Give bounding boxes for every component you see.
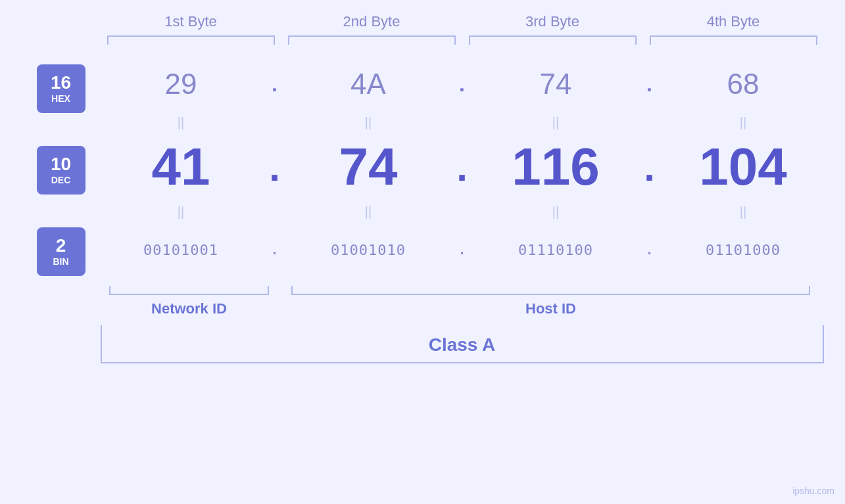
host-id-bracket bbox=[291, 286, 810, 295]
dec-byte-4: 104 bbox=[663, 137, 824, 197]
network-id-bracket bbox=[109, 286, 269, 295]
watermark: ipshu.com bbox=[792, 486, 834, 496]
id-section: Network ID Host ID bbox=[101, 286, 824, 317]
hex-badge: 16 HEX bbox=[37, 64, 85, 113]
main-grid: 16 HEX 10 DEC 2 BIN 29 . 4A bbox=[22, 58, 824, 283]
hex-badge-num: 16 bbox=[51, 74, 71, 92]
hex-val-1: 29 bbox=[165, 68, 197, 100]
byte-header-2: 2nd Byte bbox=[281, 13, 462, 35]
bin-badge-label: BIN bbox=[53, 256, 68, 267]
bin-byte-2: 01001010 bbox=[288, 242, 449, 258]
class-row: Class A bbox=[101, 325, 824, 363]
dec-dot-2: . bbox=[449, 145, 475, 190]
bin-byte-1: 00101001 bbox=[101, 242, 262, 258]
top-bracket-row bbox=[101, 35, 824, 45]
network-id-label: Network ID bbox=[151, 300, 227, 317]
hex-byte-1: 29 bbox=[101, 68, 262, 101]
dec-badge: 10 DEC bbox=[37, 146, 85, 195]
dec-row: 41 . 74 . 116 . 104 bbox=[101, 134, 824, 200]
pipe-2-2: || bbox=[288, 204, 449, 219]
bin-dot-1: . bbox=[262, 241, 288, 258]
bracket-2 bbox=[288, 35, 456, 45]
hex-dot-2: . bbox=[449, 72, 475, 97]
bin-byte-4: 01101000 bbox=[663, 242, 824, 258]
pipe-1-2: || bbox=[288, 115, 449, 130]
byte-header-1: 1st Byte bbox=[101, 13, 281, 35]
byte-headers-row: 1st Byte 2nd Byte 3rd Byte 4th Byte bbox=[101, 13, 824, 35]
bin-dot-3: . bbox=[637, 241, 663, 258]
dec-val-2: 74 bbox=[339, 137, 398, 196]
host-id-label: Host ID bbox=[525, 300, 576, 317]
bracket-3 bbox=[469, 35, 637, 45]
dec-byte-2: 74 bbox=[288, 137, 449, 197]
pipe-2-3: || bbox=[475, 204, 637, 219]
hex-row: 29 . 4A . 74 . 68 bbox=[101, 58, 824, 110]
bin-dot-2: . bbox=[449, 241, 475, 258]
bin-byte-3: 01110100 bbox=[475, 242, 637, 258]
bin-val-1: 00101001 bbox=[143, 242, 218, 258]
pipe-2-1: || bbox=[101, 204, 262, 219]
bin-val-2: 01001010 bbox=[331, 242, 406, 258]
dec-val-3: 116 bbox=[512, 137, 599, 196]
pipe-row-1: || || || || bbox=[101, 110, 824, 134]
dec-badge-label: DEC bbox=[51, 175, 71, 185]
values-column: 29 . 4A . 74 . 68 || || bbox=[101, 58, 824, 283]
host-id-block: Host ID bbox=[278, 286, 824, 317]
pipe-1-3: || bbox=[475, 115, 637, 130]
hex-val-3: 74 bbox=[540, 68, 572, 100]
hex-val-2: 4A bbox=[350, 68, 386, 100]
hex-byte-3: 74 bbox=[475, 68, 637, 101]
bin-row: 00101001 . 01001010 . 01110100 . 0110100… bbox=[101, 223, 824, 276]
main-container: 1st Byte 2nd Byte 3rd Byte 4th Byte 16 H… bbox=[0, 0, 845, 504]
pipe-2-4: || bbox=[663, 204, 824, 219]
bracket-4 bbox=[650, 35, 817, 45]
pipe-1-1: || bbox=[101, 115, 262, 130]
dec-byte-3: 116 bbox=[475, 137, 637, 197]
dec-val-4: 104 bbox=[699, 137, 786, 196]
hex-dot-3: . bbox=[637, 72, 663, 97]
bracket-1 bbox=[107, 35, 275, 45]
pipe-1-4: || bbox=[663, 115, 824, 130]
pipe-row-2: || || || || bbox=[101, 200, 824, 223]
dec-val-1: 41 bbox=[152, 137, 210, 196]
class-label: Class A bbox=[429, 334, 496, 355]
dec-badge-num: 10 bbox=[51, 155, 71, 173]
hex-badge-label: HEX bbox=[51, 93, 70, 104]
dec-byte-1: 41 bbox=[101, 137, 262, 197]
dec-dot-1: . bbox=[262, 145, 288, 190]
hex-dot-1: . bbox=[262, 72, 288, 97]
hex-byte-2: 4A bbox=[288, 68, 449, 101]
bin-val-3: 01110100 bbox=[518, 242, 593, 258]
hex-val-4: 68 bbox=[727, 68, 760, 100]
byte-header-4: 4th Byte bbox=[643, 13, 824, 35]
dec-dot-3: . bbox=[637, 145, 663, 190]
badges-column: 16 HEX 10 DEC 2 BIN bbox=[22, 58, 101, 283]
bin-badge: 2 BIN bbox=[37, 227, 85, 276]
network-id-block: Network ID bbox=[101, 286, 278, 317]
hex-byte-4: 68 bbox=[663, 68, 824, 101]
byte-header-3: 3rd Byte bbox=[462, 13, 643, 35]
bin-badge-num: 2 bbox=[56, 237, 66, 255]
bin-val-4: 01101000 bbox=[706, 242, 781, 258]
